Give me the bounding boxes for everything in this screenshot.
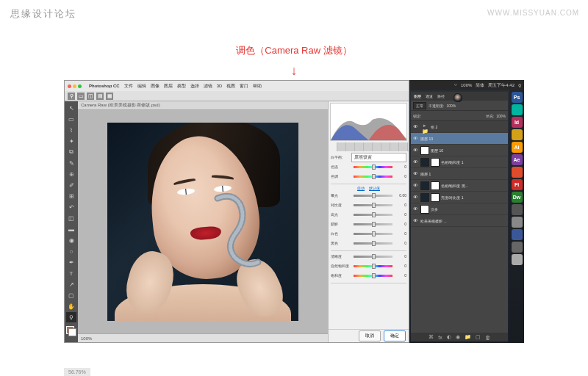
tool-opt-4[interactable]: ▦ bbox=[106, 93, 113, 100]
layer-item[interactable]: 👁图层 1 bbox=[411, 168, 508, 180]
pen-tool[interactable]: ✒ bbox=[66, 257, 76, 267]
dodge-tool[interactable]: ○ bbox=[66, 246, 76, 256]
menu-window[interactable]: 窗口 bbox=[240, 83, 248, 90]
folder-icon[interactable]: ▸📁 bbox=[420, 123, 429, 131]
window-controls[interactable] bbox=[68, 84, 82, 88]
cr-tab-6[interactable] bbox=[373, 142, 381, 151]
layer-item[interactable]: 👁汉多 bbox=[411, 203, 508, 215]
ok-button[interactable]: 确定 bbox=[384, 330, 406, 341]
canvas-area[interactable] bbox=[78, 110, 328, 333]
dock-app-12[interactable] bbox=[512, 242, 523, 253]
eyedrop-tool[interactable]: ✎ bbox=[66, 158, 76, 168]
dock-app-13[interactable] bbox=[512, 254, 523, 265]
menu-layer[interactable]: 图层 bbox=[164, 83, 173, 90]
layer-group[interactable]: 👁▸📁组 2 bbox=[411, 121, 508, 133]
default-link[interactable]: 默认值 bbox=[369, 186, 380, 190]
dock-app-9[interactable] bbox=[512, 204, 523, 215]
marquee-tool[interactable]: ▭ bbox=[66, 114, 76, 124]
stamp-tool[interactable]: ⊞ bbox=[66, 191, 76, 201]
path-tool[interactable]: ↗ bbox=[66, 279, 76, 289]
mac-menubar[interactable]: ⌔ 100% 简体 周五下午4:42 ⚲ bbox=[409, 80, 524, 90]
layer-list[interactable]: 👁▸📁组 2 👁图层 13 👁图层 10 👁色相/饱和度 1 👁图层 1 👁色相… bbox=[411, 121, 508, 333]
visibility-icon[interactable]: 👁 bbox=[412, 136, 419, 141]
spotlight-icon[interactable]: ⚲ bbox=[518, 83, 521, 88]
group-icon[interactable]: 📁 bbox=[465, 334, 471, 340]
dock-app-11[interactable] bbox=[512, 229, 523, 240]
menu-file[interactable]: 文件 bbox=[124, 83, 133, 90]
fill-value[interactable]: 100% bbox=[496, 114, 506, 118]
auto-link[interactable]: 自动 bbox=[357, 186, 365, 190]
dock-app-8[interactable]: Dw bbox=[512, 192, 523, 203]
lasso-tool[interactable]: ⌇ bbox=[66, 125, 76, 135]
type-tool[interactable]: T bbox=[66, 268, 76, 278]
clock[interactable]: 周五下午4:42 bbox=[488, 82, 514, 89]
brush-tool[interactable]: ✐ bbox=[66, 180, 76, 190]
visibility-icon[interactable]: 👁 bbox=[412, 124, 419, 129]
eraser-tool[interactable]: ◫ bbox=[66, 213, 76, 223]
close-icon[interactable] bbox=[68, 84, 71, 88]
cr-tab-basic[interactable] bbox=[329, 142, 337, 151]
mask-thumb[interactable] bbox=[431, 193, 440, 202]
trash-icon[interactable]: 🗑 bbox=[485, 335, 490, 340]
wifi-icon[interactable]: ⌔ bbox=[454, 83, 457, 87]
minimize-icon[interactable] bbox=[73, 84, 76, 88]
layer-thumb[interactable] bbox=[420, 181, 429, 190]
zoom-level[interactable]: 100% bbox=[81, 336, 92, 341]
layer-item[interactable]: 👁色相/饱和度 黑... bbox=[411, 180, 508, 192]
blend-mode-select[interactable]: 正常 bbox=[413, 102, 426, 109]
tab-layers[interactable]: 图层 bbox=[414, 94, 421, 98]
dock-app-4[interactable]: Ai bbox=[512, 142, 523, 153]
cr-tab-4[interactable] bbox=[355, 142, 364, 151]
cr-tab-8[interactable] bbox=[390, 142, 399, 151]
layer-item[interactable]: 👁图层 10 bbox=[411, 145, 508, 156]
link-icon[interactable]: ⌘ bbox=[429, 334, 434, 340]
layer-item[interactable]: 👁色相/饱和度 1 bbox=[411, 156, 508, 168]
layer-item[interactable]: 👁亮度/对比度 1 bbox=[411, 192, 508, 203]
menu-filter[interactable]: 滤镜 bbox=[204, 83, 212, 90]
wand-tool[interactable]: ✦ bbox=[66, 136, 76, 146]
battery-status[interactable]: 100% bbox=[461, 83, 472, 87]
dock-app-3[interactable] bbox=[512, 129, 523, 140]
dock-app-5[interactable]: Ae bbox=[512, 154, 523, 165]
dock[interactable]: PsIdAiAeFlDw bbox=[509, 90, 524, 343]
mask-thumb[interactable] bbox=[431, 181, 440, 190]
menu-type[interactable]: 类型 bbox=[177, 83, 186, 90]
layer-thumb[interactable] bbox=[420, 146, 429, 155]
visibility-icon[interactable]: 👁 bbox=[412, 159, 419, 164]
mask-thumb[interactable] bbox=[431, 158, 440, 167]
gradient-tool[interactable]: ▬ bbox=[66, 224, 76, 234]
cr-tab-2[interactable] bbox=[337, 142, 346, 151]
dock-app-10[interactable] bbox=[512, 217, 523, 228]
layer-thumb[interactable] bbox=[420, 205, 429, 214]
tools-panel[interactable]: ↖ ▭ ⌇ ✦ ⧉ ✎ ⊕ ✐ ⊞ ↶ ◫ ▬ ◉ ○ ✒ T ↗ ▢ ✋ ⚲ bbox=[65, 101, 78, 342]
move-tool[interactable]: ↖ bbox=[66, 103, 76, 113]
dock-app-1[interactable] bbox=[512, 104, 523, 115]
layer-thumb[interactable] bbox=[420, 158, 429, 167]
visibility-icon[interactable]: 👁 bbox=[412, 171, 419, 176]
menu-help[interactable]: 帮助 bbox=[253, 83, 262, 90]
visibility-icon[interactable]: 👁 bbox=[412, 195, 419, 200]
menu-view[interactable]: 视图 bbox=[226, 83, 235, 90]
visibility-icon[interactable]: 👁 bbox=[412, 183, 419, 188]
cr-tab-5[interactable] bbox=[364, 142, 373, 151]
opacity-value[interactable]: 100% bbox=[446, 104, 456, 108]
input-lang[interactable]: 简体 bbox=[476, 82, 484, 89]
document-tab[interactable]: Camera Raw (欧美美模摄影 商修版.psd) bbox=[78, 101, 328, 110]
cr-tab-7[interactable] bbox=[381, 142, 390, 151]
fx-icon[interactable]: fx bbox=[438, 335, 442, 340]
cr-tab-3[interactable] bbox=[346, 142, 355, 151]
histogram[interactable] bbox=[330, 103, 407, 141]
app-menubar[interactable]: Photoshop CC 文件 编辑 图像 图层 类型 选择 滤镜 3D 视图 … bbox=[65, 81, 409, 91]
options-bar[interactable]: ⚲ ▭ ◫ ▤ ▦ bbox=[65, 91, 409, 101]
cr-tab-9[interactable] bbox=[399, 142, 408, 151]
zoom-tool-icon[interactable]: ⚲ bbox=[68, 93, 75, 100]
menu-select[interactable]: 选择 bbox=[190, 83, 199, 90]
dock-app-0[interactable]: Ps bbox=[512, 92, 523, 103]
tool-opt-2[interactable]: ◫ bbox=[87, 93, 94, 100]
heal-tool[interactable]: ⊕ bbox=[66, 169, 76, 179]
shape-tool[interactable]: ▢ bbox=[66, 290, 76, 300]
dock-app-2[interactable]: Id bbox=[512, 117, 523, 128]
dock-app-6[interactable] bbox=[512, 167, 523, 178]
fg-bg-colors[interactable] bbox=[66, 326, 76, 336]
adjust-icon[interactable]: ◉ bbox=[456, 334, 460, 340]
